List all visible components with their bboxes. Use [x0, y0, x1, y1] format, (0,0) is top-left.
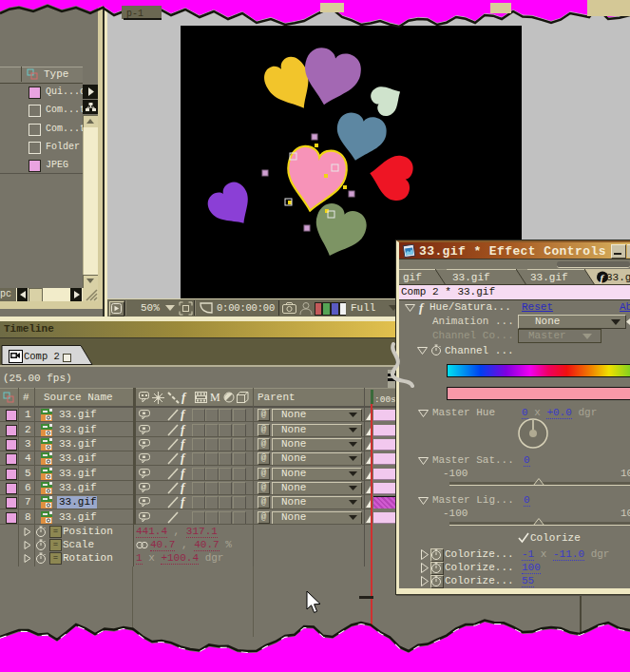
- svg-text:p-1: p-1: [126, 9, 143, 19]
